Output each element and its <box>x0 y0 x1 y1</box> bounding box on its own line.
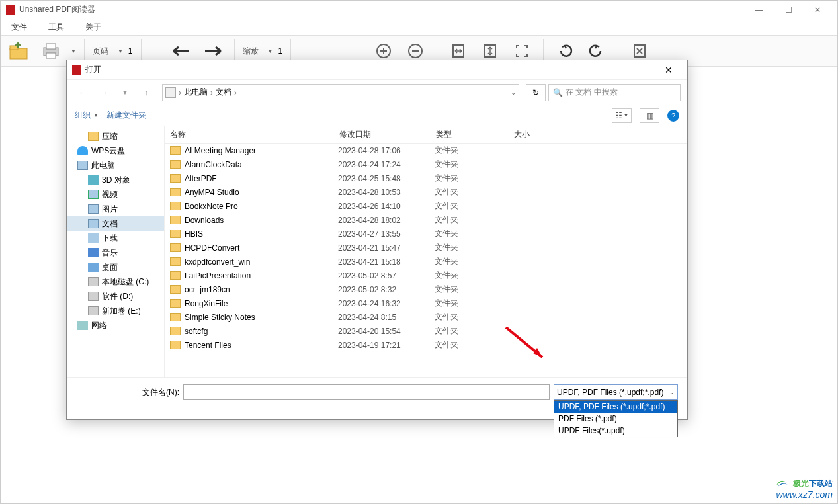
ico-pic-icon <box>88 204 99 214</box>
folder-icon <box>170 146 181 155</box>
print-icon[interactable] <box>38 38 64 64</box>
chevron-right-icon: › <box>234 88 237 97</box>
ico-dl-icon <box>88 233 99 243</box>
breadcrumb-dropdown-icon[interactable]: ⌄ <box>511 89 516 96</box>
sidebar-item[interactable]: 压缩 <box>67 129 164 144</box>
nav-back-icon[interactable]: ← <box>73 83 92 102</box>
sidebar-item[interactable]: 此电脑 <box>67 158 164 173</box>
folder-icon <box>170 313 181 321</box>
watermark: 极光下载站 www.xz7.com <box>774 476 833 500</box>
sidebar-item[interactable]: 新加卷 (E:) <box>67 304 164 318</box>
filename-label: 文件名(N): <box>142 387 179 398</box>
file-row[interactable]: RongXinFile2023-04-24 16:32文件夹 <box>165 296 687 310</box>
file-row[interactable]: Tencent Files2023-04-19 17:21文件夹 <box>165 338 687 352</box>
ico-music-icon <box>88 248 99 257</box>
col-type[interactable]: 类型 <box>431 129 509 140</box>
close-button[interactable]: ✕ <box>803 1 832 19</box>
file-row[interactable]: ocr_jm189cn2023-05-02 8:32文件夹 <box>165 282 687 296</box>
app-icon <box>6 5 15 15</box>
file-row[interactable]: kxdpdfconvert_win2023-04-21 15:18文件夹 <box>165 255 687 269</box>
refresh-button[interactable]: ↻ <box>526 84 546 101</box>
ico-video-icon <box>88 190 99 199</box>
file-row[interactable]: AlterPDF2023-04-25 15:48文件夹 <box>165 171 687 185</box>
dialog-icon <box>72 65 81 75</box>
sidebar-item[interactable]: 视频 <box>67 187 164 202</box>
col-name[interactable]: 名称 <box>165 129 334 140</box>
ico-pc-icon <box>77 161 88 170</box>
folder-icon <box>170 341 181 349</box>
file-row[interactable]: BookxNote Pro2023-04-26 14:10文件夹 <box>165 199 687 213</box>
sidebar-item[interactable]: 本地磁盘 (C:) <box>67 274 164 289</box>
ico-doc-icon <box>88 219 99 228</box>
ico-disk-icon <box>88 292 99 301</box>
file-row[interactable]: AnyMP4 Studio2023-04-28 10:53文件夹 <box>165 185 687 199</box>
folder-icon <box>170 257 181 266</box>
file-row[interactable]: AlarmClockData2023-04-24 17:24文件夹 <box>165 157 687 171</box>
preview-pane-button[interactable]: ▥ <box>640 108 659 123</box>
ico-folder-icon <box>88 132 99 141</box>
sidebar-item[interactable]: 音乐 <box>67 245 164 260</box>
file-row[interactable]: LaiPicPresentation2023-05-02 8:57文件夹 <box>165 269 687 282</box>
filetype-option[interactable]: PDF Files (*.pdf) <box>554 413 677 425</box>
search-input[interactable]: 🔍 在 文档 中搜索 <box>548 84 681 101</box>
sidebar-item[interactable]: 软件 (D:) <box>67 289 164 304</box>
nav-forward-icon[interactable]: → <box>95 83 113 102</box>
file-row[interactable]: AI Meeting Manager2023-04-28 17:06文件夹 <box>165 144 687 157</box>
ico-desk-icon <box>88 263 99 272</box>
sidebar-item[interactable]: 3D 对象 <box>67 173 164 187</box>
new-folder-button[interactable]: 新建文件夹 <box>106 110 146 121</box>
folder-icon <box>170 230 181 238</box>
open-folder-icon[interactable] <box>6 38 32 64</box>
help-button[interactable]: ? <box>667 110 679 122</box>
file-list: 名称 修改日期 类型 大小 AI Meeting Manager2023-04-… <box>165 126 687 377</box>
search-placeholder: 在 文档 中搜索 <box>566 87 618 98</box>
breadcrumb-pc[interactable]: 此电脑 <box>184 87 208 98</box>
nav-sidebar: 压缩WPS云盘此电脑3D 对象视频图片文档下载音乐桌面本地磁盘 (C:)软件 (… <box>67 126 165 377</box>
menu-about[interactable]: 关于 <box>80 21 106 34</box>
sidebar-item[interactable]: 下载 <box>67 231 164 245</box>
breadcrumb[interactable]: › 此电脑 › 文档 › ⌄ <box>162 84 519 101</box>
file-row[interactable]: Simple Sticky Notes2023-04-24 8:15文件夹 <box>165 310 687 324</box>
filetype-option[interactable]: UPDF Files(*.updf) <box>554 425 677 437</box>
filetype-dropdown: UPDF, PDF Files (*.updf;*.pdf)PDF Files … <box>554 400 678 437</box>
sidebar-item[interactable]: WPS云盘 <box>67 144 164 158</box>
file-row[interactable]: HBIS2023-04-27 13:55文件夹 <box>165 227 687 241</box>
window-title: Unshared PDF阅读器 <box>19 4 745 15</box>
minimize-button[interactable]: — <box>745 1 774 19</box>
svg-rect-4 <box>46 53 56 58</box>
view-mode-button[interactable]: ☷▼ <box>612 108 632 123</box>
zoom-dropdown-icon[interactable]: ▼ <box>268 48 273 54</box>
nav-recent-icon[interactable]: ▼ <box>116 83 134 102</box>
menu-tools[interactable]: 工具 <box>43 21 69 34</box>
file-row[interactable]: Downloads2023-04-28 18:02文件夹 <box>165 213 687 227</box>
sidebar-item[interactable]: 文档 <box>67 216 164 231</box>
filetype-select[interactable]: UPDF, PDF Files (*.updf;*.pdf)⌄ <box>554 384 678 400</box>
file-row[interactable]: HCPDFConvert2023-04-21 15:47文件夹 <box>165 241 687 255</box>
filetype-option[interactable]: UPDF, PDF Files (*.updf;*.pdf) <box>554 401 677 413</box>
folder-icon <box>170 202 181 210</box>
col-size[interactable]: 大小 <box>509 129 562 140</box>
folder-icon <box>170 285 181 294</box>
dialog-close-button[interactable]: ✕ <box>655 65 682 75</box>
breadcrumb-root-icon <box>165 87 176 98</box>
sidebar-item[interactable]: 图片 <box>67 202 164 216</box>
page-dropdown-icon[interactable]: ▼ <box>118 48 123 54</box>
folder-icon <box>170 243 181 252</box>
menu-file[interactable]: 文件 <box>6 21 32 34</box>
ico-disk-icon <box>88 306 99 315</box>
sidebar-item[interactable]: 桌面 <box>67 260 164 274</box>
nav-up-icon[interactable]: ↑ <box>137 83 155 102</box>
print-dropdown-icon[interactable]: ▼ <box>71 48 76 54</box>
col-date[interactable]: 修改日期 <box>334 129 431 140</box>
maximize-button[interactable]: ☐ <box>774 1 803 19</box>
ico-cloud-icon <box>77 146 88 155</box>
folder-icon <box>170 160 181 169</box>
breadcrumb-docs[interactable]: 文档 <box>216 87 231 98</box>
organize-button[interactable]: 组织▼ <box>75 110 99 121</box>
zoom-value: 1 <box>278 46 282 56</box>
sidebar-item[interactable]: 网络 <box>67 318 164 333</box>
file-row[interactable]: softcfg2023-04-20 15:54文件夹 <box>165 324 687 338</box>
dialog-footer: 文件名(N): UPDF, PDF Files (*.updf;*.pdf)⌄ … <box>67 377 687 419</box>
folder-icon <box>170 299 181 308</box>
filename-input[interactable] <box>183 384 550 400</box>
